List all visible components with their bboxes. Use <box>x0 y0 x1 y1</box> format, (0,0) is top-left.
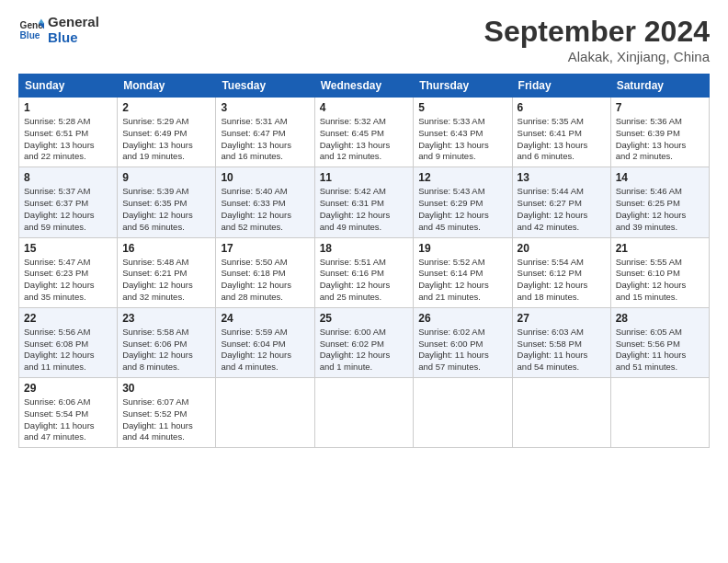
calendar-cell: 21Sunrise: 5:55 AM Sunset: 6:10 PM Dayli… <box>610 237 709 307</box>
day-number: 30 <box>122 382 210 395</box>
calendar-cell: 10Sunrise: 5:40 AM Sunset: 6:33 PM Dayli… <box>216 167 314 237</box>
day-number: 22 <box>24 312 112 325</box>
day-number: 16 <box>122 242 210 255</box>
calendar-cell: 23Sunrise: 5:58 AM Sunset: 6:06 PM Dayli… <box>118 307 216 377</box>
day-info: Sunrise: 5:59 AM Sunset: 6:04 PM Dayligh… <box>221 327 309 373</box>
day-info: Sunrise: 5:35 AM Sunset: 6:41 PM Dayligh… <box>518 116 606 163</box>
calendar-cell: 30Sunrise: 6:07 AM Sunset: 5:52 PM Dayli… <box>118 378 216 448</box>
calendar-cell: 19Sunrise: 5:52 AM Sunset: 6:14 PM Dayli… <box>414 237 512 307</box>
calendar-cell: 18Sunrise: 5:51 AM Sunset: 6:16 PM Dayli… <box>314 237 414 307</box>
day-number: 21 <box>616 242 704 255</box>
calendar-cell: 9Sunrise: 5:39 AM Sunset: 6:35 PM Daylig… <box>118 167 216 237</box>
day-info: Sunrise: 5:36 AM Sunset: 6:39 PM Dayligh… <box>616 116 704 163</box>
calendar-cell: 17Sunrise: 5:50 AM Sunset: 6:18 PM Dayli… <box>216 237 314 307</box>
day-number: 13 <box>518 171 606 184</box>
day-info: Sunrise: 5:29 AM Sunset: 6:49 PM Dayligh… <box>122 116 210 163</box>
calendar-cell: 11Sunrise: 5:42 AM Sunset: 6:31 PM Dayli… <box>314 167 414 237</box>
day-number: 3 <box>221 101 309 114</box>
day-number: 19 <box>418 242 506 255</box>
day-info: Sunrise: 6:03 AM Sunset: 5:58 PM Dayligh… <box>518 327 606 373</box>
day-info: Sunrise: 5:46 AM Sunset: 6:25 PM Dayligh… <box>616 186 704 233</box>
day-info: Sunrise: 6:02 AM Sunset: 6:00 PM Dayligh… <box>418 327 506 373</box>
calendar-cell <box>610 378 709 448</box>
day-info: Sunrise: 5:55 AM Sunset: 6:10 PM Dayligh… <box>616 257 704 304</box>
day-number: 1 <box>24 101 112 114</box>
day-info: Sunrise: 5:56 AM Sunset: 6:08 PM Dayligh… <box>24 327 112 373</box>
calendar-page: General Blue General Blue September 2024… <box>0 0 728 563</box>
calendar-week-row: 1Sunrise: 5:28 AM Sunset: 6:51 PM Daylig… <box>19 98 710 167</box>
svg-text:Blue: Blue <box>20 30 40 40</box>
calendar-cell: 1Sunrise: 5:28 AM Sunset: 6:51 PM Daylig… <box>19 98 118 167</box>
calendar-cell: 22Sunrise: 5:56 AM Sunset: 6:08 PM Dayli… <box>19 307 118 377</box>
calendar-cell <box>314 378 414 448</box>
calendar-cell: 7Sunrise: 5:36 AM Sunset: 6:39 PM Daylig… <box>610 98 709 167</box>
calendar-week-row: 29Sunrise: 6:06 AM Sunset: 5:54 PM Dayli… <box>19 378 710 448</box>
calendar-week-row: 15Sunrise: 5:47 AM Sunset: 6:23 PM Dayli… <box>19 237 710 307</box>
calendar-cell: 26Sunrise: 6:02 AM Sunset: 6:00 PM Dayli… <box>414 307 512 377</box>
calendar-cell: 2Sunrise: 5:29 AM Sunset: 6:49 PM Daylig… <box>118 98 216 167</box>
day-info: Sunrise: 5:40 AM Sunset: 6:33 PM Dayligh… <box>221 186 309 233</box>
day-info: Sunrise: 5:58 AM Sunset: 6:06 PM Dayligh… <box>122 327 210 373</box>
day-number: 8 <box>24 171 112 184</box>
day-info: Sunrise: 5:39 AM Sunset: 6:35 PM Dayligh… <box>122 186 210 233</box>
logo-line1: General <box>48 15 99 30</box>
calendar-cell: 20Sunrise: 5:54 AM Sunset: 6:12 PM Dayli… <box>512 237 610 307</box>
day-info: Sunrise: 5:42 AM Sunset: 6:31 PM Dayligh… <box>320 186 409 233</box>
day-number: 25 <box>320 312 409 325</box>
calendar-cell: 27Sunrise: 6:03 AM Sunset: 5:58 PM Dayli… <box>512 307 610 377</box>
month-title: September 2024 <box>484 15 710 49</box>
calendar-table: SundayMondayTuesdayWednesdayThursdayFrid… <box>18 74 710 448</box>
weekday-header-cell: Sunday <box>19 75 118 98</box>
day-info: Sunrise: 5:54 AM Sunset: 6:12 PM Dayligh… <box>518 257 606 304</box>
weekday-header-cell: Saturday <box>610 75 709 98</box>
day-number: 26 <box>418 312 506 325</box>
day-info: Sunrise: 6:05 AM Sunset: 5:56 PM Dayligh… <box>616 327 704 373</box>
location-subtitle: Alakak, Xinjiang, China <box>484 49 710 64</box>
day-number: 14 <box>616 171 704 184</box>
day-number: 10 <box>221 171 309 184</box>
calendar-cell: 6Sunrise: 5:35 AM Sunset: 6:41 PM Daylig… <box>512 98 610 167</box>
calendar-cell: 4Sunrise: 5:32 AM Sunset: 6:45 PM Daylig… <box>314 98 414 167</box>
header: General Blue General Blue September 2024… <box>18 15 710 64</box>
day-info: Sunrise: 5:52 AM Sunset: 6:14 PM Dayligh… <box>418 257 506 304</box>
day-info: Sunrise: 5:32 AM Sunset: 6:45 PM Dayligh… <box>320 116 409 163</box>
day-info: Sunrise: 5:44 AM Sunset: 6:27 PM Dayligh… <box>518 186 606 233</box>
day-number: 18 <box>320 242 409 255</box>
calendar-cell: 5Sunrise: 5:33 AM Sunset: 6:43 PM Daylig… <box>414 98 512 167</box>
day-number: 2 <box>122 101 210 114</box>
calendar-week-row: 8Sunrise: 5:37 AM Sunset: 6:37 PM Daylig… <box>19 167 710 237</box>
calendar-cell: 15Sunrise: 5:47 AM Sunset: 6:23 PM Dayli… <box>19 237 118 307</box>
weekday-header-row: SundayMondayTuesdayWednesdayThursdayFrid… <box>19 75 710 98</box>
day-number: 23 <box>122 312 210 325</box>
day-info: Sunrise: 5:51 AM Sunset: 6:16 PM Dayligh… <box>320 257 409 304</box>
day-number: 7 <box>616 101 704 114</box>
logo: General Blue General Blue <box>18 15 99 45</box>
calendar-cell: 3Sunrise: 5:31 AM Sunset: 6:47 PM Daylig… <box>216 98 314 167</box>
day-number: 24 <box>221 312 309 325</box>
day-number: 6 <box>518 101 606 114</box>
day-info: Sunrise: 6:06 AM Sunset: 5:54 PM Dayligh… <box>24 396 112 443</box>
day-info: Sunrise: 5:43 AM Sunset: 6:29 PM Dayligh… <box>418 186 506 233</box>
calendar-cell: 16Sunrise: 5:48 AM Sunset: 6:21 PM Dayli… <box>118 237 216 307</box>
calendar-cell <box>414 378 512 448</box>
day-number: 20 <box>518 242 606 255</box>
day-number: 12 <box>418 171 506 184</box>
day-number: 29 <box>24 382 112 395</box>
title-block: September 2024 Alakak, Xinjiang, China <box>484 15 710 64</box>
day-number: 27 <box>518 312 606 325</box>
calendar-cell: 14Sunrise: 5:46 AM Sunset: 6:25 PM Dayli… <box>610 167 709 237</box>
day-number: 28 <box>616 312 704 325</box>
weekday-header-cell: Thursday <box>414 75 512 98</box>
logo-line2: Blue <box>48 30 99 46</box>
day-info: Sunrise: 5:31 AM Sunset: 6:47 PM Dayligh… <box>221 116 309 163</box>
calendar-cell: 29Sunrise: 6:06 AM Sunset: 5:54 PM Dayli… <box>19 378 118 448</box>
day-number: 15 <box>24 242 112 255</box>
day-info: Sunrise: 5:48 AM Sunset: 6:21 PM Dayligh… <box>122 257 210 304</box>
calendar-cell: 28Sunrise: 6:05 AM Sunset: 5:56 PM Dayli… <box>610 307 709 377</box>
day-info: Sunrise: 5:47 AM Sunset: 6:23 PM Dayligh… <box>24 257 112 304</box>
calendar-cell: 25Sunrise: 6:00 AM Sunset: 6:02 PM Dayli… <box>314 307 414 377</box>
day-number: 5 <box>418 101 506 114</box>
day-info: Sunrise: 5:37 AM Sunset: 6:37 PM Dayligh… <box>24 186 112 233</box>
calendar-cell: 8Sunrise: 5:37 AM Sunset: 6:37 PM Daylig… <box>19 167 118 237</box>
calendar-cell <box>512 378 610 448</box>
